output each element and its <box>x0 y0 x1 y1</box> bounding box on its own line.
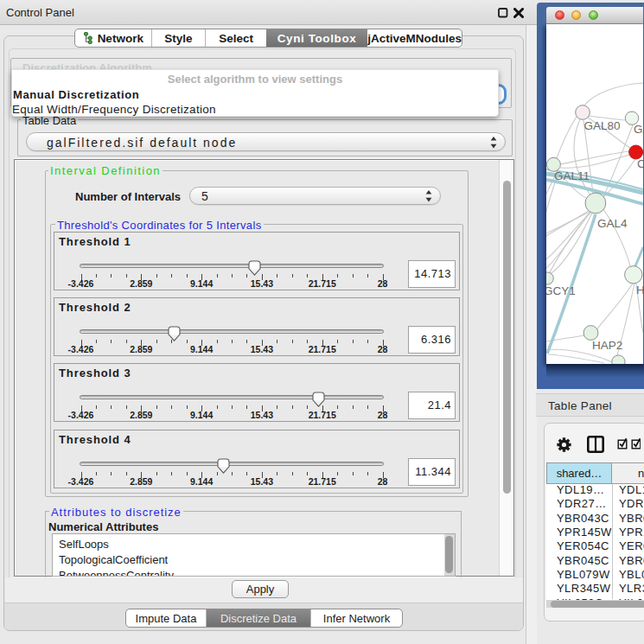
svg-text:HAP2: HAP2 <box>592 339 622 352</box>
svg-text:GAL80: GAL80 <box>584 119 621 132</box>
svg-text:GCY1: GCY1 <box>546 284 576 297</box>
svg-text:GAL4: GAL4 <box>597 217 628 230</box>
svg-text:H: H <box>636 284 643 296</box>
svg-text:GAL11: GAL11 <box>554 169 590 182</box>
svg-text:GA: GA <box>634 123 643 136</box>
svg-text:C: C <box>637 157 643 170</box>
